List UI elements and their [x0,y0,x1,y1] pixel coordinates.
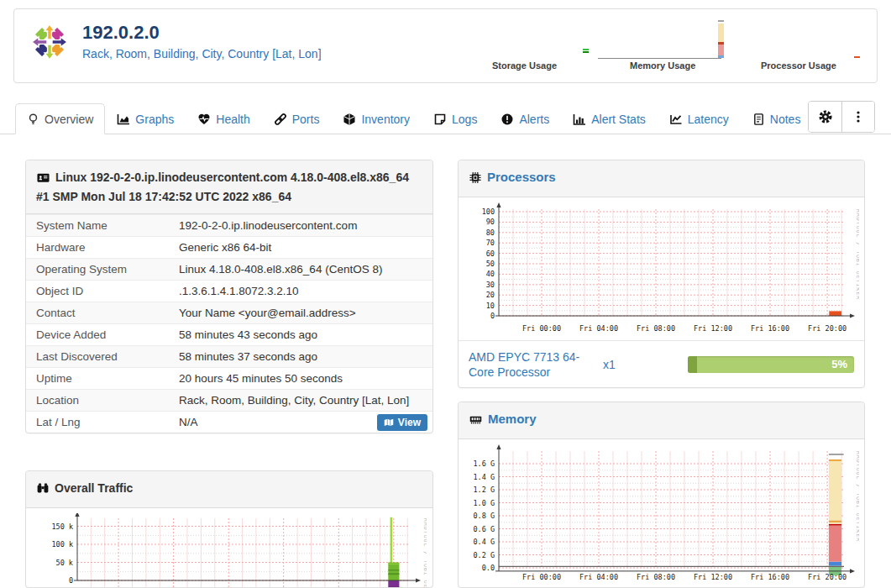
svg-text:70: 70 [486,239,495,247]
svg-text:20: 20 [486,291,495,299]
svg-text:100 k: 100 k [51,540,73,549]
tab-alerts[interactable]: Alerts [489,103,561,134]
svg-text:RRDTOOL / TOBI OETIKER: RRDTOOL / TOBI OETIKER [855,209,859,300]
mini-graph-label-processor: Processor Usage [761,60,836,71]
svg-text:80: 80 [486,228,495,237]
cpu-usage-bar-fill [688,356,697,373]
table-row: ContactYour Name <your@email.address> [26,302,432,323]
alert-circle-icon [501,113,514,126]
svg-text:0: 0 [69,576,73,585]
device-more-button[interactable] [841,102,874,132]
binoculars-icon [36,482,50,499]
table-row: Last Discovered58 minutes 37 seconds ago [26,345,432,367]
map-icon [384,417,394,428]
view-button-label: View [398,417,421,428]
memory-graph[interactable]: 0.00.2 G0.4 G0.6 G0.8 G1.0 G1.2 G1.4 G1.… [464,444,859,585]
storage-usage-mini-graph[interactable] [583,49,589,53]
table-row: Object ID.1.3.6.1.4.1.8072.3.2.10 [26,280,432,302]
tab-notes[interactable]: Notes [741,103,813,134]
device-location-link[interactable]: Rack, Room, Building, City, Country [Lat… [82,47,322,60]
table-row: Operating SystemLinux 4.18.0-408.el8.x86… [26,258,432,280]
memory-panel-title: Memory [488,412,537,426]
svg-text:Fri 12:00: Fri 12:00 [694,324,732,333]
view-location-button[interactable]: View [377,414,427,431]
cpu-name-link[interactable]: AMD EPYC 7713 64-Core Processor [469,349,596,380]
mini-graph-label-memory: Memory Usage [630,60,695,71]
svg-text:0: 0 [490,312,495,320]
link-icon [274,113,287,126]
tab-ports[interactable]: Ports [262,103,332,134]
microchip-icon [469,171,482,188]
line-chart-icon [669,113,683,126]
svg-text:Fri 00:00: Fri 00:00 [522,573,561,581]
memory-panel: Memory 0.00.2 G0.4 G0.6 G0.8 G1.0 G1.2 G… [458,402,865,588]
cpu-usage-bar: 5% [688,356,854,373]
table-row: HardwareGeneric x86 64-bit [26,236,432,258]
table-row: System Name192-0-2-0.ip.linodeuserconten… [26,214,432,236]
svg-text:Fri 20:00: Fri 20:00 [808,324,846,333]
svg-text:30: 30 [486,281,495,289]
bar-chart-icon [573,113,586,126]
svg-text:Fri 04:00: Fri 04:00 [579,324,618,333]
tab-label: Logs [452,113,477,126]
processor-list-item: AMD EPYC 7713 64-Core Processor x1 5% [459,340,864,387]
table-row: Device Added58 minutes 43 seconds ago [26,323,432,345]
svg-text:1.6 G: 1.6 G [473,459,495,468]
memory-usage-mini-graph[interactable] [718,20,724,58]
svg-text:RRDTOOL / TOBI OETIKER: RRDTOOL / TOBI OETIKER [855,451,859,542]
tab-label: Ports [292,113,320,126]
tab-label: Overview [45,113,93,126]
tab-inventory[interactable]: Inventory [331,103,422,134]
svg-text:150 k: 150 k [51,522,73,531]
svg-text:1.0 G: 1.0 G [473,499,495,507]
cpu-usage-percent: 5% [831,358,847,370]
tab-latency[interactable]: Latency [658,103,741,134]
svg-text:0.2 G: 0.2 G [473,551,495,559]
chart-area-icon [117,113,130,126]
tab-label: Alert Stats [591,113,646,126]
cube-icon [343,113,356,126]
device-settings-button[interactable] [809,102,841,132]
traffic-panel-title: Overall Traffic [55,481,133,495]
overall-traffic-graph[interactable]: 050 k100 k150 kRRDTOOL / TOBI OETIKER [32,513,427,588]
svg-text:Fri 04:00: Fri 04:00 [579,573,618,581]
tab-label: Alerts [519,113,549,126]
memory-ram-icon [469,413,483,430]
svg-text:1.4 G: 1.4 G [473,473,495,481]
tab-overview[interactable]: Overview [15,103,105,134]
processors-panel-header: Processors [459,160,864,197]
device-hostname: 192.0.2.0 [82,22,160,44]
tab-label: Inventory [361,113,410,126]
device-tabbar: Overview Graphs Health Ports Inventory L… [0,101,891,134]
traffic-panel-header: Overall Traffic [26,471,432,508]
processors-graph[interactable]: 0102030405060708090100Fri 00:00Fri 04:00… [464,202,859,335]
svg-text:Fri 16:00: Fri 16:00 [751,324,789,333]
centos-logo [31,24,68,60]
memory-usage-mini-baseline [598,58,721,59]
svg-text:40: 40 [486,270,495,278]
svg-text:0.8 G: 0.8 G [473,512,495,520]
tab-label: Health [216,113,249,126]
tab-graphs[interactable]: Graphs [105,103,186,134]
system-panel-header: Linux 192-0-2-0.ip.linodeusercontent.com… [26,160,432,214]
gear-icon [818,109,833,124]
svg-text:0.6 G: 0.6 G [473,525,495,533]
table-row: Lat / Lng N/A View [26,411,432,433]
tab-logs[interactable]: Logs [422,103,489,134]
svg-text:50 k: 50 k [56,559,73,567]
id-card-icon [36,171,50,188]
tab-alert-stats[interactable]: Alert Stats [561,103,658,134]
processors-panel: Processors 0102030405060708090100Fri 00:… [458,160,865,388]
processor-usage-mini-graph[interactable] [854,56,860,58]
tab-label: Graphs [135,113,174,126]
svg-text:0.0: 0.0 [482,564,495,572]
kebab-menu-icon [852,109,865,124]
svg-text:1.2 G: 1.2 G [473,486,495,494]
svg-text:90: 90 [486,218,495,226]
tab-health[interactable]: Health [186,103,261,134]
svg-text:RRDTOOL / TOBI OETIKER: RRDTOOL / TOBI OETIKER [422,518,427,588]
cpu-count: x1 [603,358,616,371]
svg-text:Fri 00:00: Fri 00:00 [522,324,561,333]
svg-text:Fri 16:00: Fri 16:00 [751,573,789,581]
svg-text:50: 50 [486,260,495,268]
